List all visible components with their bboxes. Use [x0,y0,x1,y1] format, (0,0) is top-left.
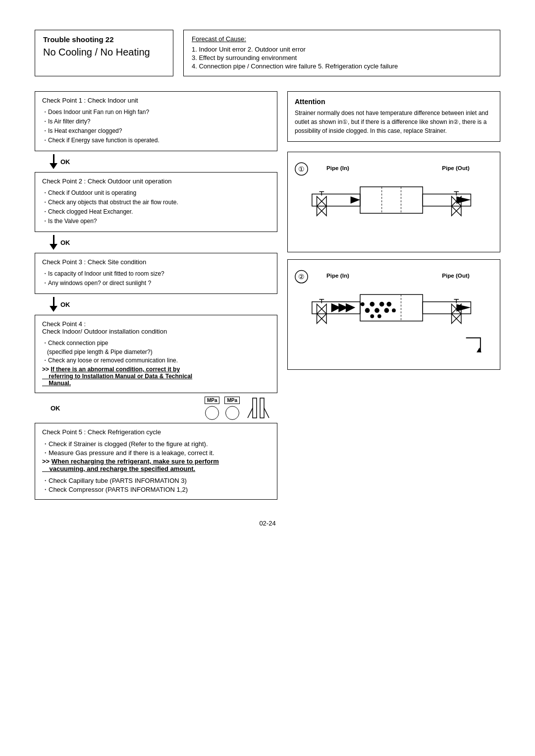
arrow-shaft-1 [53,154,54,163]
cp1-list: ・Does Indoor unit Fan run on High fan? ・… [42,108,270,145]
svg-point-35 [379,302,384,307]
svg-text:Pipe (In): Pipe (In) [326,272,349,279]
gauge-tubes-icon [243,393,272,423]
cp5-item-4: ・Check Compressor (PARTS INFORMATION 1,2… [42,485,270,494]
checkpoint-2: Check Point 2 : Check Outdoor unit opera… [35,172,277,232]
mpa-label-1: MPa [205,397,220,404]
svg-text:①: ① [298,166,305,173]
svg-line-3 [264,408,269,418]
diagram-1-svg: ① Pipe (In) Pipe (Out) [293,159,495,243]
forecast-item-3: 4. Connection pipe / Connection wire fai… [192,62,492,70]
left-column: Check Point 1 : Check Indoor unit ・Does … [35,91,277,500]
cp3-item-1: ・Any windows open? or direct sunlight ? [42,279,270,288]
cp4-item-0: ・Check connection pipe [42,339,270,348]
arrow-head-1 [50,163,57,169]
forecast-box: Forecast of Cause: 1. Indoor Unit error … [183,30,500,76]
arrow-head-2 [50,244,57,250]
mpa-gauge-1: MPa [205,397,220,420]
page-header: Trouble shooting 22 No Cooling / No Heat… [35,30,500,76]
checkpoint-1: Check Point 1 : Check Indoor unit ・Does … [35,91,277,151]
forecast-title: Forecast of Cause: [192,35,492,43]
mpa-gauges: MPa MPa [203,393,272,423]
svg-rect-10 [360,187,423,213]
checkpoint-3: Check Point 3 : Check Site condition ・Is… [35,253,277,294]
cp1-title: Check Point 1 : Check Indoor unit [42,97,270,104]
cp3-item-0: ・Is capacity of Indoor unit fitted to ro… [42,270,270,278]
svg-point-32 [370,302,374,307]
svg-marker-9 [351,196,360,204]
svg-rect-31 [360,294,423,321]
cp5-spacer [42,472,270,476]
arrow-shaft-3 [53,297,54,306]
mpa-gauge-2: MPa [224,397,240,420]
ok-arrow-4-area: OK MPa MPa [35,393,277,423]
title-box: Trouble shooting 22 No Cooling / No Heat… [35,30,173,76]
cp5-item-0: ・Check if Strainer is clogged (Refer to … [42,440,270,449]
page-number: 02-24 [259,520,275,527]
svg-rect-0 [253,398,257,418]
svg-text:Pipe (In): Pipe (In) [326,165,349,171]
svg-marker-14 [456,196,471,204]
cp1-item-3: ・Check if Energy save function is operat… [42,136,270,145]
svg-line-2 [248,408,253,418]
forecast-item-1: 1. Indoor Unit error 2. Outdoor unit err… [192,46,492,53]
svg-point-33 [374,308,379,313]
cp3-title: Check Point 3 : Check Site condition [42,258,270,266]
mpa-circle-1 [205,406,219,420]
svg-point-39 [386,302,391,307]
arrow-head-3 [50,306,57,312]
svg-point-34 [365,308,370,313]
main-title: No Cooling / No Heating [43,47,165,58]
cp2-item-1: ・Check any objects that obstruct the air… [42,198,270,207]
trouble-shooting-label: Trouble shooting 22 [43,35,165,44]
forecast-item-2: 3. Effect by surrounding environment [192,54,492,61]
svg-point-40 [392,308,396,312]
svg-point-41 [361,302,365,306]
ok-arrow-4: OK [35,402,60,415]
page-footer: 02-24 [35,520,500,527]
ok-label-3: OK [60,301,70,308]
attention-text: Strainer normally does not have temperat… [295,109,493,135]
cp1-item-0: ・Does Indoor unit Fan run on High fan? [42,108,270,116]
arrow-down-3 [50,297,57,312]
svg-point-38 [384,308,389,313]
mpa-label-2: MPa [224,397,240,404]
ok-arrow-2: OK [35,232,277,253]
ok-arrow-1: OK [35,151,277,172]
ok-label-4: OK [51,405,60,412]
cp5-item-1: ・Measure Gas pressure and if there is a … [42,449,270,458]
forecast-list: 1. Indoor Unit error 2. Outdoor unit err… [192,46,492,70]
svg-marker-30 [346,303,355,312]
svg-text:Pipe (Out): Pipe (Out) [442,272,470,279]
cp4-item-3: >> If there is an abnormal condition, co… [42,366,270,387]
ok-label-2: OK [60,239,70,246]
cp4-list: ・Check connection pipe (specified pipe l… [42,339,270,387]
checkpoint-4: Check Point 4 :Check Indoor/ Outdoor ins… [35,315,277,393]
cp1-item-1: ・Is Air filter dirty? [42,117,270,126]
cp5-list: ・Check if Strainer is clogged (Refer to … [42,440,270,494]
svg-marker-44 [456,304,471,312]
checkpoint-5: Check Point 5 : Check Refrigeration cycl… [35,423,277,500]
cp2-item-2: ・Check clogged Heat Exchanger. [42,208,270,216]
svg-point-37 [377,314,381,318]
svg-rect-1 [260,398,264,418]
right-column: Attention Strainer normally does not hav… [287,91,500,500]
cp2-item-0: ・Check if Outdoor unit is operating [42,189,270,197]
cp5-item-3: ・Check Capillary tube (PARTS INFORMATION… [42,476,270,485]
cp4-item-1: (specified pipe length & Pipe diameter?) [42,349,270,355]
cp2-title: Check Point 2 : Check Outdoor unit opera… [42,177,270,185]
cp4-title: Check Point 4 :Check Indoor/ Outdoor ins… [42,320,270,335]
diagram-2: ② Pipe (In) Pipe (Out) [287,259,500,370]
ok-label-1: OK [60,158,70,166]
cp5-title: Check Point 5 : Check Refrigeration cycl… [42,428,270,436]
svg-point-36 [370,314,374,318]
arrow-down-1 [50,154,57,169]
cp2-item-3: ・Is the Valve open? [42,217,270,226]
arrow-shaft-2 [53,235,54,244]
cp2-list: ・Check if Outdoor unit is operating ・Che… [42,189,270,226]
cp5-item-2: >> When recharging the refrigerant, make… [42,458,270,472]
attention-title: Attention [295,98,493,106]
cp4-item-2: ・Check any loose or removed communicatio… [42,356,270,365]
arrow-down-2 [50,235,57,250]
diagram-1: ① Pipe (In) Pipe (Out) [287,152,500,252]
